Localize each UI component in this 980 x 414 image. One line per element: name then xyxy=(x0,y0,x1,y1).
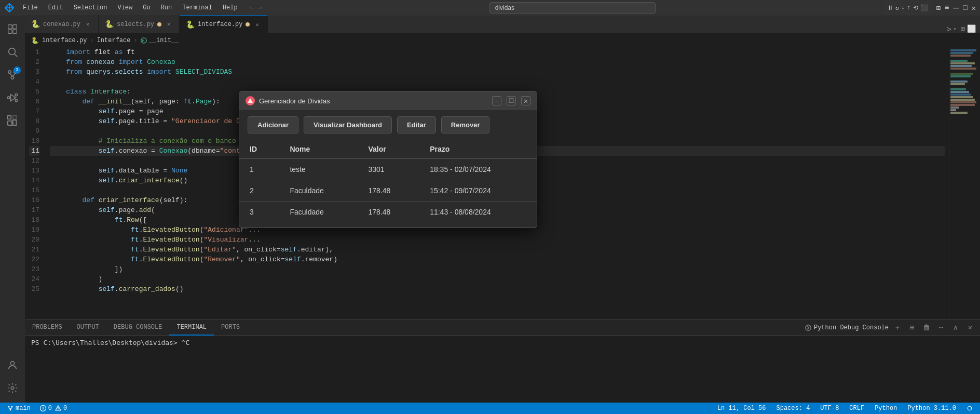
tab-bar: 🐍 conexao.py ✕ 🐍 selects.py ✕ 🐍 interfac… xyxy=(25,16,980,34)
svg-point-19 xyxy=(806,325,811,330)
tab-close-interface[interactable]: ✕ xyxy=(253,20,261,29)
activity-source-control[interactable]: 3 xyxy=(2,64,23,85)
kill-terminal-icon[interactable]: 🗑 xyxy=(921,322,932,333)
tab-interface[interactable]: 🐍 interface.py ✕ xyxy=(180,15,268,33)
table-row: 2 Faculdade 178.48 15:42 - 09/07/2024 xyxy=(239,180,537,202)
menu-terminal[interactable]: Terminal xyxy=(177,2,217,14)
menu-help[interactable]: Help xyxy=(217,2,243,14)
statusbar-encoding[interactable]: UTF-8 xyxy=(817,403,842,414)
cell-nome-1: teste xyxy=(279,159,358,180)
menu-file[interactable]: File xyxy=(18,2,43,14)
cell-nome-3: Faculdade xyxy=(279,202,358,223)
statusbar-language[interactable]: Python xyxy=(872,403,900,414)
modified-dot-interface xyxy=(246,22,250,26)
search-bar xyxy=(265,2,880,14)
svg-rect-2 xyxy=(8,30,12,33)
step-into-icon[interactable]: ↓ xyxy=(901,4,905,11)
menu-selection[interactable]: Selection xyxy=(69,2,113,14)
debug-toolbar: ⏸ ↻ ↓ ↑ ⟲ ⬛ xyxy=(883,1,932,15)
btn-visualizar-dashboard[interactable]: Visualizar Dashboard xyxy=(304,116,392,133)
app-title-icon xyxy=(246,96,255,105)
restart-icon[interactable]: ⟲ xyxy=(913,4,918,12)
python-debug-console-label[interactable]: Python Debug Console xyxy=(805,324,889,331)
step-out-icon[interactable]: ↑ xyxy=(907,4,910,11)
menu-go[interactable]: Go xyxy=(138,2,155,14)
run-dropdown[interactable]: ▾ xyxy=(954,26,957,32)
activity-explorer[interactable] xyxy=(2,19,23,39)
svg-line-5 xyxy=(15,54,17,57)
code-line-4 xyxy=(50,77,945,87)
svg-point-16 xyxy=(11,386,14,390)
nav-forward[interactable]: → xyxy=(257,4,262,12)
run-button[interactable]: ▷ xyxy=(947,24,951,33)
statusbar-notifications[interactable] xyxy=(963,403,976,414)
split-terminal-icon[interactable]: ⊞ xyxy=(906,322,918,333)
table-row: 1 teste 3301 18:35 - 02/07/2024 xyxy=(239,159,537,180)
activity-account[interactable] xyxy=(2,355,23,376)
close-window-icon[interactable]: ✕ xyxy=(972,4,976,12)
statusbar-branch[interactable]: main xyxy=(4,403,34,414)
btn-editar[interactable]: Editar xyxy=(397,116,436,133)
svg-line-25 xyxy=(10,408,12,409)
app-close-button[interactable]: ✕ xyxy=(521,96,530,105)
panel-tab-debug-console[interactable]: DEBUG CONSOLE xyxy=(106,320,170,336)
statusbar-position[interactable]: Ln 11, Col 56 xyxy=(714,403,769,414)
col-header-nome: Nome xyxy=(279,140,358,159)
step-over-icon[interactable]: ↻ xyxy=(895,4,899,12)
panel-tab-output[interactable]: OUTPUT xyxy=(70,320,106,336)
maximize-icon[interactable]: □ xyxy=(963,4,967,12)
terminal-prompt: PS C:\Users\Thalles\Desktop\dividas> xyxy=(31,339,178,346)
tab-close-selects[interactable]: ✕ xyxy=(165,20,173,29)
app-titlebar: Gerenciador de Dívidas — □ ✕ xyxy=(239,91,537,110)
btn-remover[interactable]: Remover xyxy=(441,116,490,133)
statusbar-python-version[interactable]: Python 3.11.0 xyxy=(904,403,959,414)
app-maximize-button[interactable]: □ xyxy=(507,96,516,105)
col-header-id: ID xyxy=(239,140,279,159)
menu-run[interactable]: Run xyxy=(156,2,178,14)
svg-point-22 xyxy=(11,406,13,408)
activity-run-debug[interactable] xyxy=(2,87,23,108)
menu-view[interactable]: View xyxy=(112,2,138,14)
cell-valor-3: 178.48 xyxy=(358,202,419,223)
close-panel-icon[interactable]: ✕ xyxy=(964,322,976,333)
toggle-panel-icon[interactable]: ⬜ xyxy=(967,24,976,33)
statusbar-errors[interactable]: 0 0 xyxy=(37,403,70,414)
cell-valor-1: 3301 xyxy=(358,159,419,180)
stop-icon[interactable]: ⬛ xyxy=(920,4,928,12)
nav-back[interactable]: ← xyxy=(250,4,254,12)
maximize-panel-icon[interactable]: ∧ xyxy=(950,322,961,333)
cell-nome-2: Faculdade xyxy=(279,180,358,202)
panel-tab-terminal[interactable]: TERMINAL xyxy=(169,320,214,336)
activity-bar: 3 xyxy=(0,16,25,403)
activity-search[interactable] xyxy=(2,42,23,62)
pause-icon[interactable]: ⏸ xyxy=(887,4,893,12)
more-actions-icon[interactable]: ⋯ xyxy=(935,322,947,333)
statusbar-eol[interactable]: CRLF xyxy=(846,403,867,414)
svg-rect-3 xyxy=(13,30,17,33)
tab-close-conexao[interactable]: ✕ xyxy=(84,20,92,29)
customize-layout-icon[interactable]: ⊞ xyxy=(961,24,965,33)
statusbar-spaces[interactable]: Spaces: 4 xyxy=(773,403,813,414)
svg-rect-14 xyxy=(8,121,12,125)
add-terminal-icon[interactable]: ＋ xyxy=(892,322,903,333)
cell-id-3: 3 xyxy=(239,202,279,223)
panel-tab-ports[interactable]: PORTS xyxy=(214,320,247,336)
menu-edit[interactable]: Edit xyxy=(43,2,69,14)
panel-tab-problems[interactable]: PROBLEMS xyxy=(25,320,70,336)
minimize-icon[interactable]: — xyxy=(953,3,959,12)
svg-text:M: M xyxy=(142,39,144,43)
svg-point-13 xyxy=(15,99,18,102)
modified-dot-selects xyxy=(157,22,161,26)
split-editor-icon[interactable]: ⊞ xyxy=(936,4,941,12)
tab-conexao[interactable]: 🐍 conexao.py ✕ xyxy=(25,15,99,33)
col-header-prazo: Prazo xyxy=(419,140,537,159)
app-minimize-button[interactable]: — xyxy=(492,96,501,105)
svg-rect-1 xyxy=(13,25,17,29)
activity-extensions[interactable] xyxy=(2,110,23,131)
toggle-sidebar-icon[interactable]: ≡ xyxy=(945,4,949,12)
search-input[interactable] xyxy=(489,2,656,14)
terminal-content[interactable]: PS C:\Users\Thalles\Desktop\dividas> ^C xyxy=(25,336,980,403)
tab-selects[interactable]: 🐍 selects.py ✕ xyxy=(99,15,180,33)
activity-settings[interactable] xyxy=(2,378,23,398)
btn-adicionar[interactable]: Adicionar xyxy=(248,116,298,133)
